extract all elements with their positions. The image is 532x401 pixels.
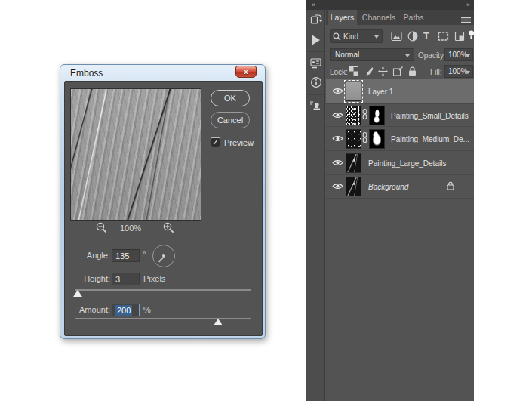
layer-mask-thumbnail[interactable] — [369, 106, 385, 125]
layer-row-small-details[interactable]: Painting_Small_Details — [326, 104, 474, 127]
height-slider-track[interactable] — [75, 289, 251, 291]
blend-mode-dropdown[interactable]: Normal — [330, 48, 414, 61]
screenshot-canvas: Emboss x OK Cancel ✓ Preview 100% Angle: — [0, 0, 532, 401]
dialog-title: Emboss — [70, 68, 103, 79]
dialog-content: OK Cancel ✓ Preview 100% Angle: 135 ° — [64, 81, 263, 336]
filter-toggle-icon[interactable] — [468, 29, 475, 43]
visibility-eye-icon[interactable] — [331, 132, 344, 146]
mask-link-icon[interactable] — [362, 131, 367, 146]
history-icon[interactable] — [306, 14, 325, 29]
opacity-label: Opacity: — [418, 51, 446, 60]
height-label: Height: — [71, 274, 110, 283]
emboss-dialog: Emboss x OK Cancel ✓ Preview 100% Angle: — [60, 64, 266, 339]
filter-adjustment-layers-icon[interactable] — [407, 31, 418, 45]
layer-row-medium-details[interactable]: Painting_Medium_De... — [326, 127, 474, 151]
zoom-out-icon[interactable] — [96, 222, 108, 237]
layer-name[interactable]: Painting_Medium_De... — [391, 134, 469, 143]
height-unit: Pixels — [143, 274, 165, 283]
info-icon[interactable] — [306, 76, 325, 91]
chevron-down-icon — [466, 54, 470, 57]
height-input[interactable]: 3 — [112, 273, 140, 285]
layer-name[interactable]: Background — [368, 183, 408, 191]
layer-name[interactable]: Painting_Small_Details — [391, 111, 469, 119]
layer-row-large-details[interactable]: Painting_Large_Details — [326, 151, 474, 175]
layer-thumbnail[interactable] — [346, 129, 361, 149]
mask-link-icon[interactable] — [362, 108, 367, 122]
lock-transparency-icon[interactable] — [349, 66, 358, 79]
layer-thumbnail[interactable] — [346, 177, 361, 196]
ok-button[interactable]: OK — [211, 90, 250, 106]
tool-presets-icon[interactable] — [306, 100, 325, 115]
visibility-eye-icon[interactable] — [331, 85, 344, 98]
filter-kind-label: Kind — [343, 32, 358, 41]
preview-checkbox[interactable]: ✓ — [211, 137, 220, 147]
filter-type-layers-icon[interactable]: T — [423, 30, 429, 42]
amount-slider-thumb[interactable] — [214, 319, 223, 325]
layer-name[interactable]: Layer 1 — [368, 87, 393, 95]
lock-position-icon[interactable] — [378, 66, 388, 79]
check-icon: ✓ — [212, 138, 218, 147]
layer-row-background[interactable]: Background — [326, 175, 474, 199]
emboss-preview-image[interactable] — [70, 88, 201, 221]
layer-thumbnail[interactable] — [346, 82, 361, 101]
zoom-controls: 100% — [65, 222, 207, 234]
visibility-eye-icon[interactable] — [331, 156, 344, 170]
lock-artboard-icon[interactable] — [392, 66, 403, 79]
tab-channels[interactable]: Channels — [359, 10, 398, 25]
amount-input[interactable]: 200 — [112, 304, 140, 316]
angle-dial-center — [162, 254, 165, 257]
layer-thumbnail[interactable] — [346, 106, 361, 125]
panel-tabbar: Layers Channels Paths — [326, 10, 474, 25]
amount-unit: % — [143, 305, 151, 314]
dock-divider — [308, 51, 324, 52]
dock-divider — [308, 94, 324, 95]
chevron-down-icon — [405, 54, 410, 57]
zoom-in-icon[interactable] — [163, 222, 175, 237]
photoshop-panel-group: « » Layers Channels Paths Kind — [306, 0, 474, 401]
lock-label: Lock: — [330, 68, 348, 76]
height-slider-thumb[interactable] — [73, 290, 82, 297]
filter-smart-objects-icon[interactable] — [454, 31, 465, 45]
angle-input[interactable]: 135 — [112, 249, 140, 262]
zoom-level: 100% — [108, 224, 153, 233]
layer-row-layer1[interactable]: Layer 1 — [326, 79, 474, 104]
tab-layers[interactable]: Layers — [328, 10, 357, 25]
chevron-down-icon — [374, 35, 379, 39]
opacity-value[interactable]: 100% — [444, 48, 473, 61]
lock-all-icon[interactable] — [408, 66, 417, 79]
visibility-eye-icon[interactable] — [331, 180, 344, 193]
layer-thumbnail[interactable] — [346, 153, 361, 173]
fill-value[interactable]: 100% — [444, 65, 473, 78]
panel-menu-icon[interactable] — [461, 14, 471, 27]
visibility-eye-icon[interactable] — [331, 109, 344, 122]
collapse-panels-icon[interactable]: « — [312, 1, 315, 8]
filter-shape-layers-icon[interactable] — [438, 31, 449, 45]
filter-kind-dropdown[interactable]: Kind — [330, 29, 383, 43]
amount-label: Amount: — [71, 305, 110, 314]
panel-dock-strip — [306, 0, 325, 401]
actions-icon[interactable] — [306, 35, 325, 48]
background-lock-icon — [447, 180, 454, 193]
amount-slider-track[interactable] — [75, 318, 251, 319]
chevron-down-icon — [466, 71, 470, 74]
layer-comps-icon[interactable] — [306, 57, 325, 72]
layer-name[interactable]: Painting_Large_Details — [368, 159, 446, 167]
lock-image-icon[interactable] — [364, 66, 374, 79]
expand-panels-icon[interactable]: » — [466, 1, 470, 8]
angle-unit: ° — [143, 250, 146, 259]
cancel-button[interactable]: Cancel — [211, 112, 250, 128]
angle-label: Angle: — [71, 251, 110, 260]
layer-mask-thumbnail[interactable] — [369, 129, 385, 149]
tab-paths[interactable]: Paths — [398, 10, 429, 25]
panel-top-bar: « » — [306, 0, 474, 10]
preview-checkbox-label: Preview — [224, 138, 254, 147]
search-icon — [333, 32, 341, 41]
layers-panel: Layers Channels Paths Kind T — [326, 10, 474, 401]
close-icon[interactable]: x — [235, 66, 257, 78]
angle-dial[interactable] — [152, 245, 175, 267]
fill-label: Fill: — [430, 68, 442, 76]
filter-pixel-layers-icon[interactable] — [391, 31, 402, 45]
